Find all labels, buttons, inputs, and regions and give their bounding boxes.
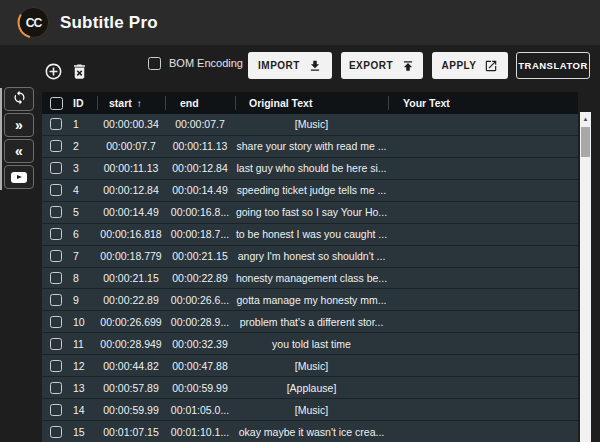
table-row[interactable]: 4 00:00:12.84 00:00:14.49 speeding ticke…: [42, 180, 578, 201]
table-row[interactable]: 12 00:00:44.82 00:00:47.88 [Music]: [42, 355, 578, 376]
table-row[interactable]: 15 00:01:07.15 00:01:10.1... okay maybe …: [42, 421, 578, 442]
table-scrollbar[interactable]: ▲: [580, 112, 591, 442]
row-end-time[interactable]: 00:00:59.99: [165, 382, 235, 394]
export-button[interactable]: EXPORT: [341, 52, 423, 79]
bom-encoding-checkbox[interactable]: [148, 57, 161, 70]
table-row[interactable]: 9 00:00:22.89 00:00:26.6... gotta manage…: [42, 289, 578, 310]
table-row[interactable]: 3 00:00:11.13 00:00:12.84 last guy who s…: [42, 158, 578, 179]
column-header-end[interactable]: end: [165, 96, 235, 110]
row-original-text[interactable]: [Music]: [235, 404, 388, 416]
sidebar-shift-back-button[interactable]: «: [4, 139, 34, 163]
row-original-text[interactable]: last guy who should be here si...: [235, 162, 388, 174]
row-end-time[interactable]: 00:01:10.1...: [165, 426, 235, 438]
row-checkbox[interactable]: [50, 162, 62, 174]
row-end-time[interactable]: 00:00:14.49: [165, 184, 235, 196]
row-original-text[interactable]: honesty management class be...: [235, 272, 388, 284]
sidebar-shift-forward-button[interactable]: »: [4, 113, 34, 137]
youtube-icon: [11, 172, 27, 183]
row-end-time[interactable]: 00:00:21.15: [165, 250, 235, 262]
row-start-time[interactable]: 00:00:12.84: [97, 184, 165, 196]
row-checkbox[interactable]: [50, 118, 62, 130]
row-checkbox[interactable]: [50, 382, 62, 394]
row-checkbox[interactable]: [50, 426, 62, 438]
row-end-time[interactable]: 00:00:28.9...: [165, 316, 235, 328]
select-all-cell: [42, 96, 70, 110]
row-end-time[interactable]: 00:00:18.7...: [165, 228, 235, 240]
table-row[interactable]: 6 00:00:16.818 00:00:18.7... to be hones…: [42, 224, 578, 245]
row-original-text[interactable]: going too fast so I say Your Ho...: [235, 206, 388, 218]
row-checkbox[interactable]: [50, 316, 62, 328]
row-end-time[interactable]: 00:01:05.0...: [165, 404, 235, 416]
table-row[interactable]: 10 00:00:26.699 00:00:28.9... problem th…: [42, 311, 578, 332]
sidebar-youtube-button[interactable]: [4, 165, 34, 189]
row-end-time[interactable]: 00:00:07.7: [165, 118, 235, 130]
row-checkbox-cell: [42, 140, 70, 152]
row-start-time[interactable]: 00:00:07.7: [97, 140, 165, 152]
table-row[interactable]: 5 00:00:14.49 00:00:16.8... going too fa…: [42, 202, 578, 223]
bom-encoding-toggle[interactable]: BOM Encoding: [148, 55, 243, 71]
row-start-time[interactable]: 00:00:44.82: [97, 360, 165, 372]
row-checkbox[interactable]: [50, 206, 62, 218]
row-start-time[interactable]: 00:00:18.779: [97, 250, 165, 262]
row-end-time[interactable]: 00:00:47.88: [165, 360, 235, 372]
row-checkbox[interactable]: [50, 140, 62, 152]
table-row[interactable]: 14 00:00:59.99 00:01:05.0... [Music]: [42, 399, 578, 420]
row-start-time[interactable]: 00:00:28.949: [97, 338, 165, 350]
row-end-time[interactable]: 00:00:26.6...: [165, 294, 235, 306]
row-checkbox[interactable]: [50, 250, 62, 262]
row-start-time[interactable]: 00:00:16.818: [97, 228, 165, 240]
row-start-time[interactable]: 00:00:21.15: [97, 272, 165, 284]
row-original-text[interactable]: angry I'm honest so shouldn't ...: [235, 250, 388, 262]
row-original-text[interactable]: [Applause]: [235, 382, 388, 394]
row-original-text[interactable]: gotta manage my honesty mm...: [235, 294, 388, 306]
row-original-text[interactable]: to be honest I was you caught ...: [235, 228, 388, 240]
row-checkbox[interactable]: [50, 360, 62, 372]
table-row[interactable]: 11 00:00:28.949 00:00:32.39 you told las…: [42, 333, 578, 354]
row-original-text[interactable]: [Music]: [235, 118, 388, 130]
row-checkbox[interactable]: [50, 184, 62, 196]
sidebar-refresh-button[interactable]: [4, 87, 34, 111]
row-original-text[interactable]: you told last time: [235, 338, 388, 350]
row-original-text[interactable]: [Music]: [235, 360, 388, 372]
select-all-checkbox[interactable]: [50, 97, 63, 110]
row-start-time[interactable]: 00:00:57.89: [97, 382, 165, 394]
row-original-text[interactable]: speeding ticket judge tells me ...: [235, 184, 388, 196]
column-header-original-text[interactable]: Original Text: [235, 96, 388, 110]
row-end-time[interactable]: 00:00:16.8...: [165, 206, 235, 218]
row-start-time[interactable]: 00:00:59.99: [97, 404, 165, 416]
translator-button[interactable]: TRANSLATOR: [516, 52, 590, 79]
row-original-text[interactable]: problem that's a different stor...: [235, 316, 388, 328]
row-checkbox[interactable]: [50, 338, 62, 350]
row-end-time[interactable]: 00:00:32.39: [165, 338, 235, 350]
row-original-text[interactable]: share your story with read me ...: [235, 140, 388, 152]
table-row[interactable]: 8 00:00:21.15 00:00:22.89 honesty manage…: [42, 268, 578, 289]
row-start-time[interactable]: 00:00:26.699: [97, 316, 165, 328]
table-row[interactable]: 1 00:00:00.34 00:00:07.7 [Music]: [42, 114, 578, 135]
row-checkbox[interactable]: [50, 294, 62, 306]
column-header-your-text[interactable]: Your Text: [388, 96, 578, 110]
row-checkbox[interactable]: [50, 404, 62, 416]
row-start-time[interactable]: 00:00:00.34: [97, 118, 165, 130]
table-row[interactable]: 13 00:00:57.89 00:00:59.99 [Applause]: [42, 377, 578, 398]
column-header-id[interactable]: ID: [70, 96, 97, 110]
row-checkbox[interactable]: [50, 228, 62, 240]
row-start-time[interactable]: 00:01:07.15: [97, 426, 165, 438]
apply-button[interactable]: APPLY: [432, 52, 508, 79]
scrollbar-thumb[interactable]: [581, 127, 590, 157]
scrollbar-up-button[interactable]: ▲: [580, 112, 591, 126]
add-subtitle-button[interactable]: [42, 60, 64, 82]
row-start-time[interactable]: 00:00:14.49: [97, 206, 165, 218]
row-end-time[interactable]: 00:00:22.89: [165, 272, 235, 284]
import-button[interactable]: IMPORT: [248, 52, 332, 79]
row-start-time[interactable]: 00:00:11.13: [97, 162, 165, 174]
row-original-text[interactable]: okay maybe it wasn't ice crea...: [235, 426, 388, 438]
row-end-time[interactable]: 00:00:11.13: [165, 140, 235, 152]
delete-all-button[interactable]: [68, 60, 90, 82]
table-row[interactable]: 2 00:00:07.7 00:00:11.13 share your stor…: [42, 136, 578, 157]
row-checkbox[interactable]: [50, 272, 62, 284]
double-chevron-right-icon: »: [15, 118, 23, 132]
column-header-start[interactable]: start ↑: [97, 96, 165, 110]
table-row[interactable]: 7 00:00:18.779 00:00:21.15 angry I'm hon…: [42, 246, 578, 267]
row-end-time[interactable]: 00:00:12.84: [165, 162, 235, 174]
row-start-time[interactable]: 00:00:22.89: [97, 294, 165, 306]
